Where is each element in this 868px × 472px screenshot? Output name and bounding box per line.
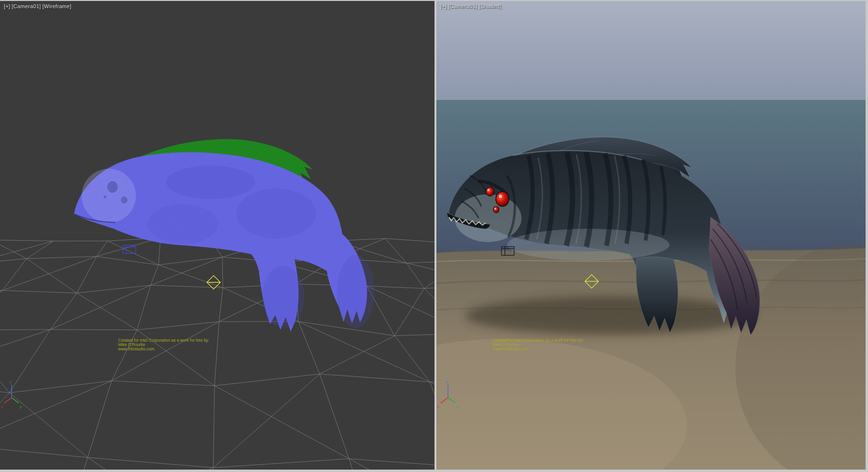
fish-shadow [465,296,755,335]
viewport-label-bar: [+] [Camera01] [Shaded] [440,3,501,9]
world-axis-tripod: z x y [0,380,22,409]
axis-z-label: z [9,380,12,384]
axis-y [12,398,19,403]
viewport-menu-button[interactable]: [+] [440,3,447,9]
wireframe-canvas[interactable]: Created for Intel Corporation as a work … [0,1,434,470]
viewport-split: Created for Intel Corporation as a work … [0,0,868,472]
shaded-canvas[interactable]: Created for Intel Corporation as a work … [436,1,866,470]
viewport-shading-button[interactable]: [Wireframe] [42,3,71,9]
viewport-shading-button[interactable]: [Shaded] [479,3,501,9]
mesh-mottle [337,255,375,328]
viewport-camera-button[interactable]: [Camera01] [12,3,41,9]
axis-z-label: z [446,380,448,384]
mesh-mottle [148,204,218,244]
viewport-menu-button[interactable]: [+] [4,3,10,9]
watermark-line3: www.fritzstudio.com [118,347,154,351]
mesh-mottle [166,166,255,199]
mesh-mottle [236,189,316,239]
axis-x [4,398,12,403]
axis-x-label: x [0,404,3,409]
viewport-shaded[interactable]: Created for Intel Corporation as a work … [436,1,866,470]
head-highlight [455,194,522,242]
sky-background [436,1,866,100]
viewport-camera-button[interactable]: [Camera01] [448,3,477,9]
face-highlight [81,169,136,223]
watermark-line3: www.fritzstudio.com [492,347,529,351]
axis-y-label: y [19,404,22,409]
fish-model-wireframe[interactable] [74,139,375,331]
viewport-wireframe[interactable]: Created for Intel Corporation as a work … [0,1,434,470]
mesh-mottle [262,265,304,328]
viewport-label-bar: [+] [Camera01] [Wireframe] [4,3,71,9]
